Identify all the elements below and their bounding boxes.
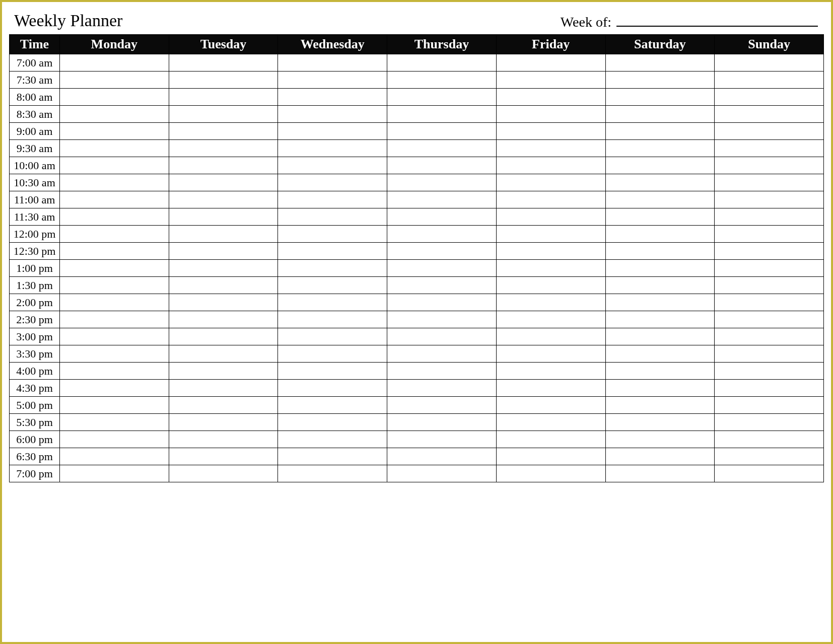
cell[interactable] bbox=[605, 294, 715, 311]
cell[interactable] bbox=[387, 89, 497, 106]
cell[interactable] bbox=[605, 157, 715, 174]
cell[interactable] bbox=[715, 89, 824, 106]
cell[interactable] bbox=[605, 226, 715, 243]
cell[interactable] bbox=[715, 123, 824, 140]
cell[interactable] bbox=[387, 363, 497, 380]
cell[interactable] bbox=[715, 465, 824, 482]
cell[interactable] bbox=[715, 106, 824, 123]
cell[interactable] bbox=[605, 397, 715, 414]
cell[interactable] bbox=[169, 380, 278, 397]
cell[interactable] bbox=[169, 414, 278, 431]
cell[interactable] bbox=[387, 106, 497, 123]
cell[interactable] bbox=[605, 363, 715, 380]
cell[interactable] bbox=[387, 140, 497, 157]
cell[interactable] bbox=[60, 397, 169, 414]
cell[interactable] bbox=[496, 397, 605, 414]
cell[interactable] bbox=[496, 277, 605, 294]
cell[interactable] bbox=[496, 140, 605, 157]
cell[interactable] bbox=[496, 294, 605, 311]
cell[interactable] bbox=[60, 191, 169, 208]
cell[interactable] bbox=[60, 226, 169, 243]
cell[interactable] bbox=[169, 174, 278, 191]
cell[interactable] bbox=[715, 448, 824, 465]
cell[interactable] bbox=[60, 311, 169, 328]
cell[interactable] bbox=[496, 54, 605, 71]
cell[interactable] bbox=[278, 123, 387, 140]
cell[interactable] bbox=[60, 123, 169, 140]
cell[interactable] bbox=[496, 106, 605, 123]
cell[interactable] bbox=[387, 191, 497, 208]
cell[interactable] bbox=[60, 106, 169, 123]
cell[interactable] bbox=[60, 465, 169, 482]
cell[interactable] bbox=[60, 140, 169, 157]
cell[interactable] bbox=[496, 311, 605, 328]
cell[interactable] bbox=[496, 191, 605, 208]
cell[interactable] bbox=[715, 328, 824, 345]
cell[interactable] bbox=[605, 191, 715, 208]
cell[interactable] bbox=[60, 54, 169, 71]
cell[interactable] bbox=[715, 294, 824, 311]
cell[interactable] bbox=[60, 277, 169, 294]
cell[interactable] bbox=[605, 431, 715, 448]
cell[interactable] bbox=[169, 277, 278, 294]
cell[interactable] bbox=[169, 345, 278, 363]
cell[interactable] bbox=[715, 277, 824, 294]
cell[interactable] bbox=[387, 277, 497, 294]
cell[interactable] bbox=[278, 431, 387, 448]
cell[interactable] bbox=[169, 260, 278, 277]
cell[interactable] bbox=[715, 345, 824, 363]
cell[interactable] bbox=[496, 243, 605, 260]
cell[interactable] bbox=[387, 71, 497, 89]
cell[interactable] bbox=[387, 345, 497, 363]
cell[interactable] bbox=[278, 448, 387, 465]
cell[interactable] bbox=[278, 380, 387, 397]
cell[interactable] bbox=[605, 414, 715, 431]
cell[interactable] bbox=[715, 208, 824, 226]
cell[interactable] bbox=[605, 277, 715, 294]
cell[interactable] bbox=[605, 465, 715, 482]
cell[interactable] bbox=[605, 243, 715, 260]
cell[interactable] bbox=[715, 431, 824, 448]
cell[interactable] bbox=[278, 140, 387, 157]
cell[interactable] bbox=[169, 363, 278, 380]
cell[interactable] bbox=[169, 465, 278, 482]
cell[interactable] bbox=[715, 414, 824, 431]
cell[interactable] bbox=[496, 157, 605, 174]
cell[interactable] bbox=[278, 465, 387, 482]
cell[interactable] bbox=[715, 311, 824, 328]
cell[interactable] bbox=[60, 243, 169, 260]
cell[interactable] bbox=[387, 157, 497, 174]
cell[interactable] bbox=[278, 54, 387, 71]
cell[interactable] bbox=[605, 328, 715, 345]
cell[interactable] bbox=[278, 191, 387, 208]
cell[interactable] bbox=[496, 431, 605, 448]
cell[interactable] bbox=[387, 448, 497, 465]
cell[interactable] bbox=[169, 89, 278, 106]
cell[interactable] bbox=[169, 71, 278, 89]
cell[interactable] bbox=[278, 208, 387, 226]
cell[interactable] bbox=[387, 380, 497, 397]
cell[interactable] bbox=[605, 54, 715, 71]
cell[interactable] bbox=[278, 294, 387, 311]
cell[interactable] bbox=[605, 448, 715, 465]
cell[interactable] bbox=[278, 363, 387, 380]
cell[interactable] bbox=[496, 380, 605, 397]
cell[interactable] bbox=[60, 380, 169, 397]
cell[interactable] bbox=[387, 328, 497, 345]
cell[interactable] bbox=[60, 448, 169, 465]
cell[interactable] bbox=[169, 328, 278, 345]
cell[interactable] bbox=[169, 294, 278, 311]
cell[interactable] bbox=[60, 431, 169, 448]
cell[interactable] bbox=[169, 123, 278, 140]
cell[interactable] bbox=[715, 243, 824, 260]
cell[interactable] bbox=[605, 89, 715, 106]
cell[interactable] bbox=[387, 54, 497, 71]
cell[interactable] bbox=[169, 431, 278, 448]
cell[interactable] bbox=[169, 157, 278, 174]
cell[interactable] bbox=[387, 123, 497, 140]
cell[interactable] bbox=[387, 208, 497, 226]
cell[interactable] bbox=[387, 226, 497, 243]
cell[interactable] bbox=[605, 260, 715, 277]
cell[interactable] bbox=[715, 54, 824, 71]
cell[interactable] bbox=[60, 363, 169, 380]
